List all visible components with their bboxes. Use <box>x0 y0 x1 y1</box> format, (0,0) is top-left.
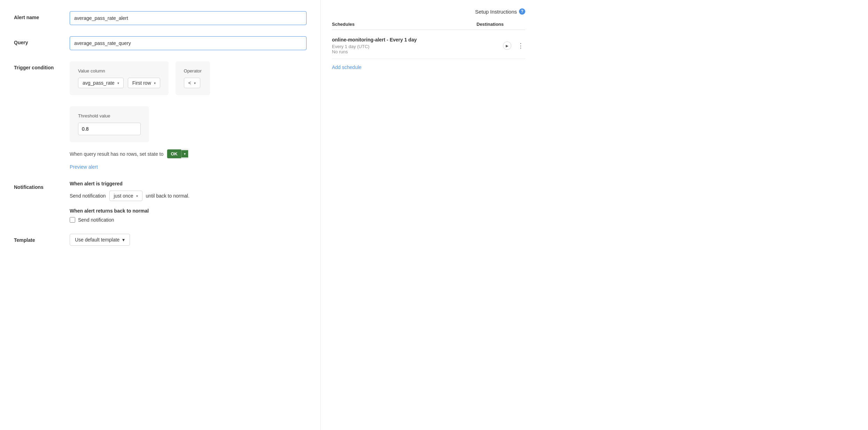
row-select[interactable]: First row ▾ <box>128 78 160 88</box>
operator-value: < <box>188 80 191 86</box>
until-text: until back to normal. <box>146 193 189 199</box>
query-content <box>70 36 307 50</box>
trigger-condition-label: Trigger condition <box>14 61 70 70</box>
query-label: Query <box>14 36 70 45</box>
template-content: Use default template ▾ <box>70 234 307 246</box>
value-column-chevron-icon: ▾ <box>117 81 119 85</box>
threshold-box: Threshold value <box>70 106 149 142</box>
schedule-actions: ▶ ⋮ <box>503 41 525 50</box>
schedules-column-header: Schedules <box>332 22 476 27</box>
more-options-button[interactable]: ⋮ <box>516 42 525 49</box>
preview-alert-link[interactable]: Preview alert <box>70 164 98 170</box>
setup-instructions-label: Setup Instructions <box>475 9 517 15</box>
operator-chevron-icon: ▾ <box>194 81 196 85</box>
alert-name-label: Alert name <box>14 11 70 20</box>
schedule-name: online-monitoring-alert - Every 1 day <box>332 37 503 43</box>
right-panel: Setup Instructions ? Schedules Destinati… <box>320 0 536 430</box>
trigger-condition-row: Trigger condition Value column avg_pass_… <box>14 61 307 170</box>
query-input[interactable] <box>70 36 307 50</box>
send-notif-checkbox-label: Send notification <box>78 217 114 223</box>
value-column-value: avg_pass_rate <box>83 80 115 86</box>
notifications-label: Notifications <box>14 181 70 190</box>
operator-title: Operator <box>184 68 202 74</box>
frequency-value: just once <box>114 193 133 199</box>
ok-dropdown-arrow-icon[interactable]: ▾ <box>181 150 188 158</box>
row-chevron-icon: ▾ <box>154 81 156 85</box>
template-value: Use default template <box>75 237 119 243</box>
trigger-condition-content: Value column avg_pass_rate ▾ First row ▾ <box>70 61 307 170</box>
ok-label: OK <box>171 151 178 156</box>
value-column-title: Value column <box>78 68 160 74</box>
trigger-row-selects: avg_pass_rate ▾ First row ▾ <box>78 78 160 88</box>
no-rows-text: When query result has no rows, set state… <box>70 151 163 157</box>
threshold-input[interactable] <box>78 123 141 135</box>
value-column-box: Value column avg_pass_rate ▾ First row ▾ <box>70 61 169 95</box>
help-icon[interactable]: ? <box>519 8 525 15</box>
send-notif-checkbox-row: Send notification <box>70 217 307 223</box>
alert-name-row: Alert name <box>14 11 307 25</box>
template-label: Template <box>14 234 70 243</box>
template-row: Template Use default template ▾ <box>14 234 307 246</box>
schedule-detail-runs: No runs <box>332 49 503 54</box>
frequency-chevron-icon: ▾ <box>136 194 138 198</box>
frequency-select[interactable]: just once ▾ <box>109 191 142 201</box>
schedule-detail-utc: Every 1 day (UTC) <box>332 44 503 49</box>
operator-box: Operator < ▾ <box>176 61 210 95</box>
notifications-content: When alert is triggered Send notificatio… <box>70 181 307 223</box>
play-button[interactable]: ▶ <box>503 41 511 50</box>
setup-instructions-header: Setup Instructions ? <box>332 8 525 15</box>
query-row: Query <box>14 36 307 50</box>
send-notif-checkbox[interactable] <box>70 217 75 223</box>
alert-name-input[interactable] <box>70 11 307 25</box>
value-column-select[interactable]: avg_pass_rate ▾ <box>78 78 124 88</box>
send-notif-label: Send notification <box>70 193 106 199</box>
alert-name-content <box>70 11 307 25</box>
template-chevron-icon: ▾ <box>122 237 125 243</box>
schedule-item: online-monitoring-alert - Every 1 day Ev… <box>332 33 525 59</box>
threshold-title: Threshold value <box>78 113 141 118</box>
ok-dropdown-wrapper: OK ▾ <box>167 149 188 159</box>
schedules-destinations-header: Schedules Destinations <box>332 22 525 30</box>
send-notification-row: Send notification just once ▾ until back… <box>70 191 307 201</box>
when-triggered-title: When alert is triggered <box>70 181 307 186</box>
no-rows-row: When query result has no rows, set state… <box>70 149 307 159</box>
destinations-column-header: Destinations <box>476 22 525 27</box>
schedule-info: online-monitoring-alert - Every 1 day Ev… <box>332 37 503 54</box>
row-value: First row <box>132 80 151 86</box>
operator-select[interactable]: < ▾ <box>184 78 200 88</box>
add-schedule-button[interactable]: Add schedule <box>332 64 362 70</box>
notifications-row: Notifications When alert is triggered Se… <box>14 181 307 223</box>
template-select[interactable]: Use default template ▾ <box>70 234 130 246</box>
left-panel: Alert name Query Trigger condition Value… <box>0 0 320 430</box>
when-normal-title: When alert returns back to normal <box>70 208 307 214</box>
ok-button[interactable]: OK <box>167 149 181 158</box>
operator-row: < ▾ <box>184 78 202 88</box>
